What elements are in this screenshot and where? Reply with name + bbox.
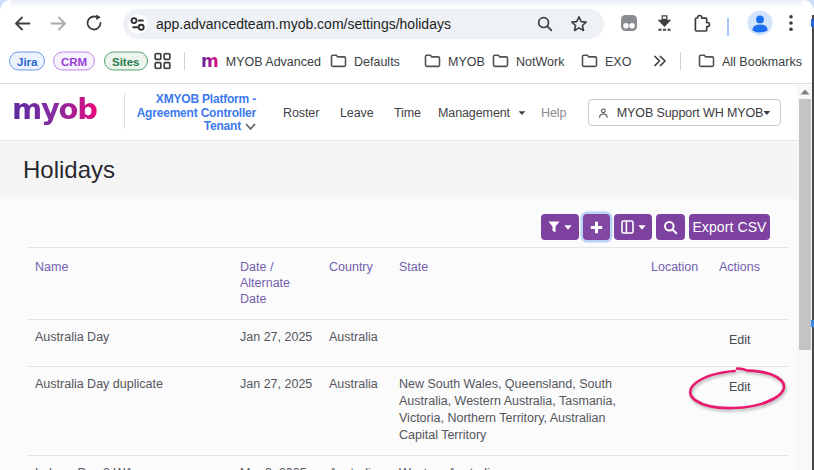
address-bar[interactable]: app.advancedteam.myob.com/settings/holid… xyxy=(123,9,604,39)
cell-location xyxy=(644,367,712,456)
col-header-country[interactable]: Country xyxy=(322,248,392,320)
folder-icon xyxy=(581,54,598,69)
cell-state xyxy=(392,320,644,367)
folder-icon xyxy=(330,54,347,69)
table-row: Labour Day 2 WA Mar 3, 2025 Australia We… xyxy=(28,456,788,470)
bookmark-folder-defaults[interactable]: Defaults xyxy=(330,54,400,69)
export-csv-button[interactable]: Export CSV xyxy=(689,214,770,240)
tab-group-jira[interactable]: Jira xyxy=(9,52,45,71)
caret-down-icon xyxy=(763,110,771,116)
page-title: Holidays xyxy=(23,156,115,184)
filter-button[interactable] xyxy=(541,214,579,240)
nav-management[interactable]: Management xyxy=(438,106,510,120)
web-page: myob XMYOB Platform - Agreement Controll… xyxy=(0,85,797,470)
forward-icon xyxy=(49,14,68,33)
browser-toolbar: app.advancedteam.myob.com/settings/holid… xyxy=(0,5,814,45)
magnifier-icon xyxy=(663,220,678,235)
filter-funnel-icon xyxy=(548,221,560,233)
search-in-page-button[interactable] xyxy=(535,14,555,38)
add-holiday-button[interactable] xyxy=(583,214,610,240)
holidays-table: Name Date / Alternate Date Country State… xyxy=(28,247,788,470)
tab-group-crm-label: CRM xyxy=(61,55,87,67)
cell-date: Jan 27, 2025 xyxy=(233,320,322,367)
tab-group-sites[interactable]: Sites xyxy=(104,52,148,71)
bookmark-label: MYOB xyxy=(448,54,485,68)
cell-location xyxy=(644,456,712,470)
edit-link[interactable]: Edit xyxy=(712,320,788,367)
tenant-switcher[interactable]: XMYOB Platform - Agreement Controller Te… xyxy=(130,93,256,134)
apps-grid-icon xyxy=(154,53,171,70)
nav-roster[interactable]: Roster xyxy=(283,106,319,120)
chevron-double-right-icon xyxy=(653,55,667,67)
cell-state: Western Australia xyxy=(392,456,644,470)
cell-date: Jan 27, 2025 xyxy=(233,367,322,456)
browser-window: app.advancedteam.myob.com/settings/holid… xyxy=(0,0,814,470)
magnifier-icon xyxy=(535,14,555,34)
search-button[interactable] xyxy=(656,214,685,240)
bookmark-folder-notwork[interactable]: NotWork xyxy=(492,54,564,69)
chevron-down-icon xyxy=(245,123,256,131)
nav-help[interactable]: Help xyxy=(541,106,566,120)
download-button[interactable] xyxy=(650,9,678,37)
table-header-row: Name Date / Alternate Date Country State… xyxy=(28,248,788,320)
page-scrollbar[interactable] xyxy=(797,85,812,470)
download-icon xyxy=(655,14,674,33)
folder-icon xyxy=(492,54,509,69)
star-icon xyxy=(569,14,589,34)
site-settings-icon[interactable] xyxy=(128,14,148,34)
col-header-actions[interactable]: Actions xyxy=(712,248,788,320)
cell-country: Australia xyxy=(322,367,392,456)
bookmark-label: All Bookmarks xyxy=(722,54,802,68)
caret-down-icon xyxy=(638,225,646,230)
scrollbar-up-button[interactable] xyxy=(797,85,812,98)
bookmark-label: EXO xyxy=(605,54,631,68)
all-bookmarks-button[interactable]: All Bookmarks xyxy=(698,54,802,69)
bookmark-myob-advanced[interactable]: m MYOB Advanced xyxy=(201,54,321,69)
nav-leave[interactable]: Leave xyxy=(340,106,374,120)
bookmark-folder-exo[interactable]: EXO xyxy=(581,54,631,69)
bookmark-label: Defaults xyxy=(354,54,400,68)
col-header-name[interactable]: Name xyxy=(28,248,233,320)
puzzle-icon xyxy=(692,14,711,33)
edit-link[interactable]: Edit xyxy=(712,456,788,470)
myob-logo[interactable]: myob xyxy=(12,92,97,126)
bookmark-star-button[interactable] xyxy=(569,14,589,38)
col-header-state[interactable]: State xyxy=(392,248,644,320)
scrollbar-thumb[interactable] xyxy=(799,99,811,350)
back-button[interactable] xyxy=(8,9,36,37)
content-panel: Export CSV Name Date / Alternate Date Co… xyxy=(0,199,797,470)
kebab-menu-icon xyxy=(782,14,800,32)
forward-button[interactable] xyxy=(44,9,72,37)
extension-button-a[interactable] xyxy=(615,9,643,37)
col-header-location[interactable]: Location xyxy=(644,248,712,320)
bookmarks-separator-1 xyxy=(184,52,185,70)
apps-grid-button[interactable] xyxy=(154,53,171,70)
chrome-menu-button[interactable] xyxy=(777,9,805,37)
app-header: myob XMYOB Platform - Agreement Controll… xyxy=(0,85,797,141)
reload-button[interactable] xyxy=(80,9,108,37)
title-band: Holidays xyxy=(0,142,797,199)
cell-state: New South Wales, Queensland, South Austr… xyxy=(392,367,644,456)
cell-name: Labour Day 2 WA xyxy=(28,456,233,470)
user-menu-button[interactable]: MYOB Support WH MYOB xyxy=(588,99,781,126)
profile-button[interactable] xyxy=(746,9,774,37)
nav-time[interactable]: Time xyxy=(394,106,421,120)
caret-down-icon xyxy=(518,111,526,116)
extensions-button[interactable] xyxy=(687,9,715,37)
header-divider xyxy=(124,93,125,129)
tab-group-sites-label: Sites xyxy=(112,55,140,67)
tab-group-crm[interactable]: CRM xyxy=(53,52,95,71)
reload-icon xyxy=(85,14,103,32)
cell-date: Mar 3, 2025 xyxy=(233,456,322,470)
table-row: Australia Day duplicate Jan 27, 2025 Aus… xyxy=(28,367,788,456)
folder-icon xyxy=(424,54,441,69)
myob-favicon: m xyxy=(201,54,219,69)
bookmark-folder-myob[interactable]: MYOB xyxy=(424,54,485,69)
url-text[interactable]: app.advancedteam.myob.com/settings/holid… xyxy=(156,16,451,32)
bookmarks-overflow-button[interactable] xyxy=(653,55,667,67)
columns-button[interactable] xyxy=(614,214,652,240)
col-header-date[interactable]: Date / Alternate Date xyxy=(233,248,322,320)
edit-link[interactable]: Edit xyxy=(712,367,788,456)
back-icon xyxy=(13,14,32,33)
cell-location xyxy=(644,320,712,367)
